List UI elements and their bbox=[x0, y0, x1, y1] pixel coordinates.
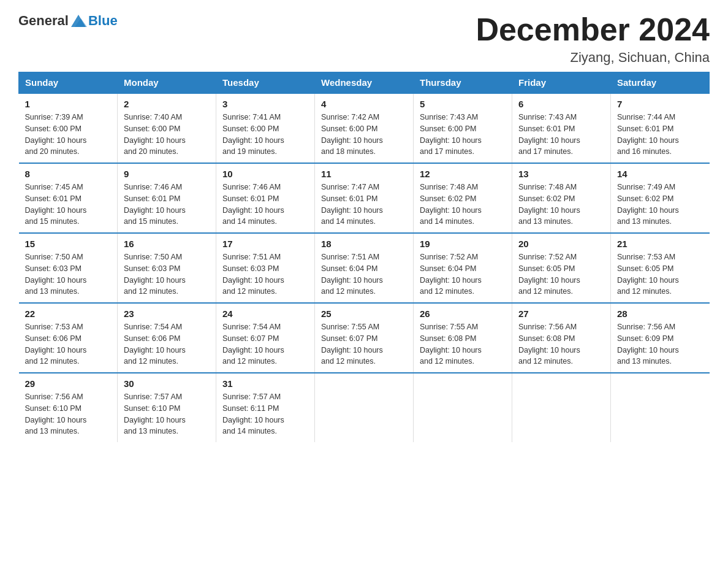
col-header-sunday: Sunday bbox=[19, 72, 118, 94]
day-number: 8 bbox=[25, 169, 112, 179]
day-number: 25 bbox=[321, 308, 407, 319]
calendar-cell: 4Sunrise: 7:42 AMSunset: 6:00 PMDaylight… bbox=[315, 93, 414, 163]
logo: General Blue bbox=[18, 12, 118, 29]
calendar-cell: 14Sunrise: 7:49 AMSunset: 6:02 PMDayligh… bbox=[611, 163, 710, 233]
calendar-cell: 13Sunrise: 7:48 AMSunset: 6:02 PMDayligh… bbox=[512, 163, 611, 233]
calendar-cell: 3Sunrise: 7:41 AMSunset: 6:00 PMDaylight… bbox=[216, 93, 315, 163]
day-number: 31 bbox=[222, 378, 308, 389]
calendar-cell: 2Sunrise: 7:40 AMSunset: 6:00 PMDaylight… bbox=[118, 93, 216, 163]
day-number: 5 bbox=[420, 99, 506, 109]
col-header-saturday: Saturday bbox=[611, 72, 710, 94]
day-info: Sunrise: 7:53 AMSunset: 6:06 PMDaylight:… bbox=[25, 321, 112, 367]
calendar-cell: 17Sunrise: 7:51 AMSunset: 6:03 PMDayligh… bbox=[216, 233, 315, 303]
day-info: Sunrise: 7:56 AMSunset: 6:10 PMDaylight:… bbox=[25, 391, 112, 437]
month-title: December 2024 bbox=[476, 12, 710, 47]
day-number: 23 bbox=[124, 308, 210, 319]
calendar-week-5: 29Sunrise: 7:56 AMSunset: 6:10 PMDayligh… bbox=[19, 373, 710, 442]
day-number: 22 bbox=[25, 308, 112, 319]
col-header-wednesday: Wednesday bbox=[315, 72, 414, 94]
calendar-cell: 28Sunrise: 7:56 AMSunset: 6:09 PMDayligh… bbox=[611, 303, 710, 373]
title-block: December 2024 Ziyang, Sichuan, China bbox=[476, 12, 710, 66]
calendar-cell: 8Sunrise: 7:45 AMSunset: 6:01 PMDaylight… bbox=[19, 163, 118, 233]
calendar-cell: 10Sunrise: 7:46 AMSunset: 6:01 PMDayligh… bbox=[216, 163, 315, 233]
day-info: Sunrise: 7:47 AMSunset: 6:01 PMDaylight:… bbox=[321, 182, 407, 228]
calendar-cell bbox=[512, 373, 611, 442]
day-number: 16 bbox=[124, 239, 210, 249]
day-info: Sunrise: 7:54 AMSunset: 6:07 PMDaylight:… bbox=[222, 321, 308, 367]
day-info: Sunrise: 7:50 AMSunset: 6:03 PMDaylight:… bbox=[124, 251, 210, 297]
col-header-tuesday: Tuesday bbox=[216, 72, 315, 94]
day-number: 24 bbox=[222, 308, 308, 319]
calendar-table: SundayMondayTuesdayWednesdayThursdayFrid… bbox=[18, 72, 710, 442]
col-header-friday: Friday bbox=[512, 72, 611, 94]
calendar-week-4: 22Sunrise: 7:53 AMSunset: 6:06 PMDayligh… bbox=[19, 303, 710, 373]
day-number: 17 bbox=[222, 239, 308, 249]
day-number: 10 bbox=[222, 169, 308, 179]
day-info: Sunrise: 7:54 AMSunset: 6:06 PMDaylight:… bbox=[124, 321, 210, 367]
day-number: 12 bbox=[420, 169, 506, 179]
day-number: 13 bbox=[518, 169, 604, 179]
day-info: Sunrise: 7:46 AMSunset: 6:01 PMDaylight:… bbox=[222, 182, 308, 228]
col-header-thursday: Thursday bbox=[414, 72, 512, 94]
day-number: 1 bbox=[25, 99, 112, 109]
day-number: 9 bbox=[124, 169, 210, 179]
calendar-cell: 20Sunrise: 7:52 AMSunset: 6:05 PMDayligh… bbox=[512, 233, 611, 303]
day-info: Sunrise: 7:56 AMSunset: 6:09 PMDaylight:… bbox=[617, 321, 703, 367]
logo-icon bbox=[70, 12, 87, 29]
logo-blue-text: Blue bbox=[88, 13, 118, 29]
day-info: Sunrise: 7:41 AMSunset: 6:00 PMDaylight:… bbox=[222, 112, 308, 158]
day-info: Sunrise: 7:53 AMSunset: 6:05 PMDaylight:… bbox=[617, 251, 703, 297]
day-number: 20 bbox=[518, 239, 604, 249]
calendar-cell bbox=[414, 373, 512, 442]
day-number: 3 bbox=[222, 99, 308, 109]
day-info: Sunrise: 7:50 AMSunset: 6:03 PMDaylight:… bbox=[25, 251, 112, 297]
day-info: Sunrise: 7:57 AMSunset: 6:10 PMDaylight:… bbox=[124, 391, 210, 437]
calendar-week-1: 1Sunrise: 7:39 AMSunset: 6:00 PMDaylight… bbox=[19, 93, 710, 163]
calendar-cell: 5Sunrise: 7:43 AMSunset: 6:00 PMDaylight… bbox=[414, 93, 512, 163]
calendar-cell bbox=[611, 373, 710, 442]
calendar-cell: 24Sunrise: 7:54 AMSunset: 6:07 PMDayligh… bbox=[216, 303, 315, 373]
calendar-cell: 27Sunrise: 7:56 AMSunset: 6:08 PMDayligh… bbox=[512, 303, 611, 373]
day-info: Sunrise: 7:39 AMSunset: 6:00 PMDaylight:… bbox=[25, 112, 112, 158]
day-number: 15 bbox=[25, 239, 112, 249]
day-number: 4 bbox=[321, 99, 407, 109]
calendar-week-3: 15Sunrise: 7:50 AMSunset: 6:03 PMDayligh… bbox=[19, 233, 710, 303]
day-info: Sunrise: 7:49 AMSunset: 6:02 PMDaylight:… bbox=[617, 182, 703, 228]
day-number: 29 bbox=[25, 378, 112, 389]
day-number: 27 bbox=[518, 308, 604, 319]
calendar-cell: 12Sunrise: 7:48 AMSunset: 6:02 PMDayligh… bbox=[414, 163, 512, 233]
day-info: Sunrise: 7:48 AMSunset: 6:02 PMDaylight:… bbox=[518, 182, 604, 228]
day-info: Sunrise: 7:44 AMSunset: 6:01 PMDaylight:… bbox=[617, 112, 703, 158]
day-number: 18 bbox=[321, 239, 407, 249]
day-number: 21 bbox=[617, 239, 703, 249]
calendar-cell: 15Sunrise: 7:50 AMSunset: 6:03 PMDayligh… bbox=[19, 233, 118, 303]
header-row: SundayMondayTuesdayWednesdayThursdayFrid… bbox=[19, 72, 710, 94]
calendar-cell: 9Sunrise: 7:46 AMSunset: 6:01 PMDaylight… bbox=[118, 163, 216, 233]
day-info: Sunrise: 7:55 AMSunset: 6:08 PMDaylight:… bbox=[420, 321, 506, 367]
calendar-cell: 16Sunrise: 7:50 AMSunset: 6:03 PMDayligh… bbox=[118, 233, 216, 303]
day-info: Sunrise: 7:52 AMSunset: 6:05 PMDaylight:… bbox=[518, 251, 604, 297]
day-info: Sunrise: 7:56 AMSunset: 6:08 PMDaylight:… bbox=[518, 321, 604, 367]
calendar-cell: 11Sunrise: 7:47 AMSunset: 6:01 PMDayligh… bbox=[315, 163, 414, 233]
day-number: 6 bbox=[518, 99, 604, 109]
day-info: Sunrise: 7:45 AMSunset: 6:01 PMDaylight:… bbox=[25, 182, 112, 228]
calendar-cell: 22Sunrise: 7:53 AMSunset: 6:06 PMDayligh… bbox=[19, 303, 118, 373]
day-info: Sunrise: 7:51 AMSunset: 6:04 PMDaylight:… bbox=[321, 251, 407, 297]
calendar-cell bbox=[315, 373, 414, 442]
calendar-cell: 6Sunrise: 7:43 AMSunset: 6:01 PMDaylight… bbox=[512, 93, 611, 163]
day-number: 19 bbox=[420, 239, 506, 249]
day-info: Sunrise: 7:43 AMSunset: 6:01 PMDaylight:… bbox=[518, 112, 604, 158]
logo-general-text: General bbox=[18, 13, 69, 29]
calendar-week-2: 8Sunrise: 7:45 AMSunset: 6:01 PMDaylight… bbox=[19, 163, 710, 233]
day-info: Sunrise: 7:57 AMSunset: 6:11 PMDaylight:… bbox=[222, 391, 308, 437]
calendar-cell: 31Sunrise: 7:57 AMSunset: 6:11 PMDayligh… bbox=[216, 373, 315, 442]
day-info: Sunrise: 7:52 AMSunset: 6:04 PMDaylight:… bbox=[420, 251, 506, 297]
calendar-cell: 25Sunrise: 7:55 AMSunset: 6:07 PMDayligh… bbox=[315, 303, 414, 373]
day-number: 7 bbox=[617, 99, 703, 109]
day-info: Sunrise: 7:51 AMSunset: 6:03 PMDaylight:… bbox=[222, 251, 308, 297]
day-number: 2 bbox=[124, 99, 210, 109]
calendar-cell: 1Sunrise: 7:39 AMSunset: 6:00 PMDaylight… bbox=[19, 93, 118, 163]
day-info: Sunrise: 7:55 AMSunset: 6:07 PMDaylight:… bbox=[321, 321, 407, 367]
calendar-cell: 30Sunrise: 7:57 AMSunset: 6:10 PMDayligh… bbox=[118, 373, 216, 442]
calendar-cell: 26Sunrise: 7:55 AMSunset: 6:08 PMDayligh… bbox=[414, 303, 512, 373]
